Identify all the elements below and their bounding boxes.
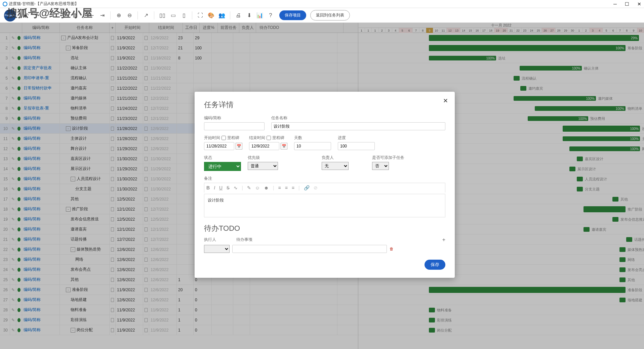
back-to-tasks-button[interactable]: 返回到任务列表 [310, 10, 350, 20]
select-status[interactable]: 进行中 [204, 162, 241, 171]
undo-button[interactable]: ↶ [22, 11, 31, 20]
align-center-icon[interactable]: ≡ [285, 185, 288, 190]
layout1-button[interactable]: ▯▯ [158, 11, 167, 20]
milestone2-checkbox[interactable] [267, 136, 271, 140]
highlight-icon[interactable]: ✎ [247, 185, 251, 190]
input-end[interactable] [249, 142, 279, 150]
label-code: 编码/简称 [204, 115, 265, 121]
print-button[interactable]: 🖨 [234, 11, 243, 20]
smiley-icon[interactable]: ☻ [264, 185, 269, 190]
download-button[interactable]: ⬇ [244, 11, 254, 20]
label-name: 任务名称 [271, 115, 445, 121]
export-button[interactable]: 📊 [255, 11, 265, 20]
select-priority[interactable]: 普通 [248, 162, 278, 170]
main-toolbar: Progress ↶ ↷ ↑ ↓ 🗑 ⇤ ⇥ ⊕ ⊖ ↗ ▯▯ ▭ ▯ ⛶ 🎨 … [0, 8, 644, 23]
align-left-icon[interactable]: ≡ [278, 185, 281, 190]
delete-button[interactable]: 🗑 [70, 11, 80, 20]
select-owner[interactable]: 无 [322, 162, 349, 170]
zoom-in-button[interactable]: ⊕ [114, 11, 123, 20]
milestone1-checkbox[interactable] [222, 136, 226, 140]
modal-title: 任务详情 [204, 100, 445, 110]
todo-executor-select[interactable] [204, 245, 230, 253]
input-days[interactable] [294, 142, 331, 150]
todo-item-label: 待办事项 [236, 237, 252, 243]
todo-item-input[interactable] [232, 245, 387, 253]
fullscreen-button[interactable]: ⛶ [196, 11, 205, 20]
underline-icon[interactable]: U [219, 185, 223, 190]
label-allow-sub: 是否可添加子任务 [372, 155, 404, 161]
select-allow-sub[interactable]: 否 [372, 162, 389, 170]
input-name[interactable] [271, 122, 445, 130]
label-owner: 负责人 [322, 155, 349, 161]
close-button[interactable]: ✕ [637, 1, 641, 7]
todo-add-button[interactable]: + [442, 237, 445, 243]
bold-icon[interactable]: B [206, 185, 210, 190]
input-code[interactable] [204, 122, 265, 130]
window-title: 进度猫-甘特图-【产品A发布思维导图】 [9, 1, 79, 7]
titlebar: 进度猫-甘特图-【产品A发布思维导图】 ─ ☐ ✕ [0, 0, 644, 8]
todo-executor-label: 执行人 [204, 237, 230, 243]
logo-icon: Progress [4, 9, 16, 21]
todo-title: 待办TODO [204, 223, 445, 233]
layout2-button[interactable]: ▭ [168, 11, 178, 20]
clear-format-icon[interactable]: ∿ [234, 185, 238, 190]
minimize-button[interactable]: ─ [613, 1, 617, 7]
label-status: 状态 [204, 155, 241, 161]
layout3-button[interactable]: ▯ [179, 11, 189, 20]
move-up-button[interactable]: ↑ [49, 11, 58, 20]
emoji-icon[interactable]: ☺ [255, 185, 260, 190]
input-progress[interactable] [338, 142, 375, 150]
modal-save-button[interactable]: 保存 [425, 260, 445, 270]
todo-delete-button[interactable]: 🗑 [390, 247, 394, 251]
link-icon[interactable]: 🔗 [304, 185, 310, 190]
palette-button[interactable]: 🎨 [206, 11, 216, 20]
editor-toolbar: B I U S̶ ∿ | ✎ ☺ ☻ | ≡ ≡ ≡ | 🔗 ⊘ [204, 183, 445, 192]
calendar-icon[interactable]: 📅 [281, 143, 287, 149]
strike-icon[interactable]: S̶ [227, 185, 230, 190]
indent-button[interactable]: ⇥ [97, 11, 107, 20]
help-button[interactable]: ? [266, 11, 275, 20]
input-start[interactable] [204, 142, 234, 150]
editor-body[interactable]: 设计阶段 [204, 194, 445, 217]
redo-button[interactable]: ↷ [32, 11, 42, 20]
members-button[interactable]: 👥 [217, 11, 227, 20]
save-project-button[interactable]: 保存项目 [279, 10, 306, 20]
label-end: 结束时间 [249, 135, 265, 141]
label-days: 天数 [294, 135, 331, 141]
app-icon [3, 2, 7, 6]
label-remark: 备注 [204, 176, 445, 181]
zoom-out-button[interactable]: ⊖ [125, 11, 134, 20]
task-detail-modal: ✕ 任务详情 编码/简称 任务名称 开始时间 里程碑 📅 结束时间 里程碑 📅 [195, 92, 455, 278]
label-start: 开始时间 [204, 135, 220, 141]
label-progress: 进度 [338, 135, 375, 141]
move-down-button[interactable]: ↓ [59, 11, 69, 20]
modal-close-button[interactable]: ✕ [443, 97, 448, 104]
unlink-icon[interactable]: ⊘ [314, 185, 318, 190]
calendar-icon[interactable]: 📅 [236, 143, 242, 149]
maximize-button[interactable]: ☐ [625, 1, 629, 7]
share-button[interactable]: ↗ [141, 11, 151, 20]
outdent-button[interactable]: ⇤ [87, 11, 96, 20]
align-right-icon[interactable]: ≡ [292, 185, 294, 190]
label-priority: 优先级 [248, 155, 278, 161]
italic-icon[interactable]: I [214, 185, 215, 190]
